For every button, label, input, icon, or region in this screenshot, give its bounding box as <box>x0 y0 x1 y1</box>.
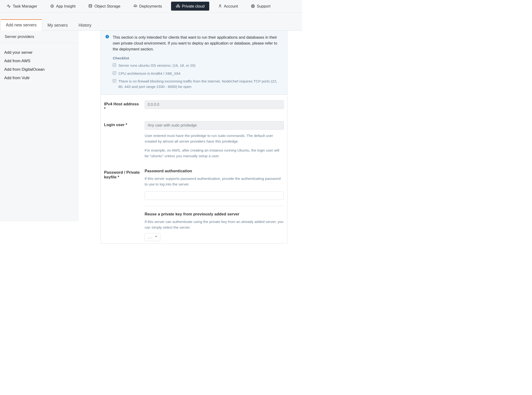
tab-history[interactable]: History <box>73 20 97 31</box>
checklist-text: CPU architecture is Amd64 / X86_X64 <box>118 71 180 76</box>
chevron-down-icon <box>155 235 158 239</box>
password-input[interactable] <box>145 191 284 200</box>
reuse-key-help: If this server can authenticate using th… <box>145 219 284 230</box>
info-icon: ! <box>106 35 109 38</box>
nav-label: App Insight <box>56 4 76 8</box>
add-server-panel: ! This section is only intended for clie… <box>101 31 287 244</box>
password-keyfile-label: Password / Private keyfile * <box>104 169 141 180</box>
target-icon <box>50 4 54 8</box>
svg-point-3 <box>219 5 221 6</box>
sidebar-add-from-aws[interactable]: Add from AWS <box>4 57 75 65</box>
nav-label: Account <box>224 4 238 8</box>
top-nav: Task Manager App Insight Object Storage … <box>0 0 302 12</box>
nav-support[interactable]: Support <box>247 2 274 11</box>
nav-label: Object Storage <box>94 4 120 8</box>
nav-object-storage[interactable]: Object Storage <box>84 2 124 11</box>
nav-label: Private cloud <box>182 4 205 8</box>
checklist-text: Server runs ubuntu OS versions: (16, 18,… <box>118 63 196 68</box>
svg-point-1 <box>52 6 52 7</box>
checklist-text: There is no firewall blocking incomming … <box>118 78 282 90</box>
cloud-upload-icon <box>133 4 137 8</box>
checklist-title: Checklist <box>113 56 282 60</box>
login-user-label: Login user * <box>104 121 141 127</box>
nav-label: Deployments <box>139 4 162 8</box>
tab-my-servers[interactable]: My servers <box>42 20 73 31</box>
sidebar-add-from-vultr[interactable]: Add from Vultr <box>4 74 75 82</box>
login-user-input[interactable] <box>145 121 284 130</box>
checklist-item: Server runs ubuntu OS versions: (16, 18,… <box>113 63 282 68</box>
check-icon <box>113 63 116 67</box>
svg-point-2 <box>89 5 92 6</box>
nav-private-cloud[interactable]: Private cloud <box>171 2 209 11</box>
password-auth-help: If this server supports password authent… <box>145 176 284 187</box>
nav-task-manager[interactable]: Task Manager <box>3 2 41 11</box>
tab-label: My servers <box>47 23 68 27</box>
check-icon <box>113 79 116 82</box>
subtabs-bar: Add new servers My servers History <box>0 12 302 31</box>
select-value: ... <box>148 235 152 239</box>
svg-line-6 <box>252 5 252 6</box>
sidebar-add-your-server[interactable]: Add your server <box>4 48 75 57</box>
info-text: This section is only intended for client… <box>113 34 282 52</box>
activity-icon <box>7 4 11 8</box>
sidebar-header: Server providers <box>0 31 79 43</box>
nav-app-insight[interactable]: App Insight <box>46 2 79 11</box>
info-box: ! This section is only intended for clie… <box>101 31 287 95</box>
login-help-1: User entered must have the priviledge to… <box>145 133 284 144</box>
svg-line-8 <box>252 7 252 7</box>
tab-label: Add new servers <box>6 23 37 27</box>
password-auth-heading: Password authentication <box>145 169 284 173</box>
nav-account[interactable]: Account <box>214 2 242 11</box>
ipv4-input[interactable] <box>145 100 284 109</box>
tab-label: History <box>78 23 91 27</box>
svg-point-5 <box>252 5 254 7</box>
reuse-key-heading: Reuse a private key from previously adde… <box>145 212 284 217</box>
svg-line-7 <box>253 5 254 6</box>
login-help-2: For example, on AWS, after creating an i… <box>145 148 284 159</box>
svg-line-9 <box>253 7 254 7</box>
nav-deployments[interactable]: Deployments <box>129 2 166 11</box>
nav-label: Support <box>257 4 271 8</box>
checklist-item: There is no firewall blocking incomming … <box>113 78 282 90</box>
separator <box>145 206 284 206</box>
nav-label: Task Manager <box>13 4 37 8</box>
providers-sidebar: Server providers Add your server Add fro… <box>0 31 79 222</box>
checklist-item: CPU architecture is Amd64 / X86_X64 <box>113 71 282 76</box>
ipv4-label: IPv4 Host address * <box>104 100 141 111</box>
tab-add-new-servers[interactable]: Add new servers <box>0 19 42 31</box>
cubes-icon <box>176 4 180 8</box>
sidebar-add-from-digitalocean[interactable]: Add from DigitalOcean <box>4 65 75 74</box>
database-icon <box>88 4 92 8</box>
reuse-key-select[interactable]: ... <box>145 233 160 241</box>
lifebuoy-icon <box>251 4 255 8</box>
check-icon <box>113 71 116 75</box>
user-icon <box>218 4 222 8</box>
